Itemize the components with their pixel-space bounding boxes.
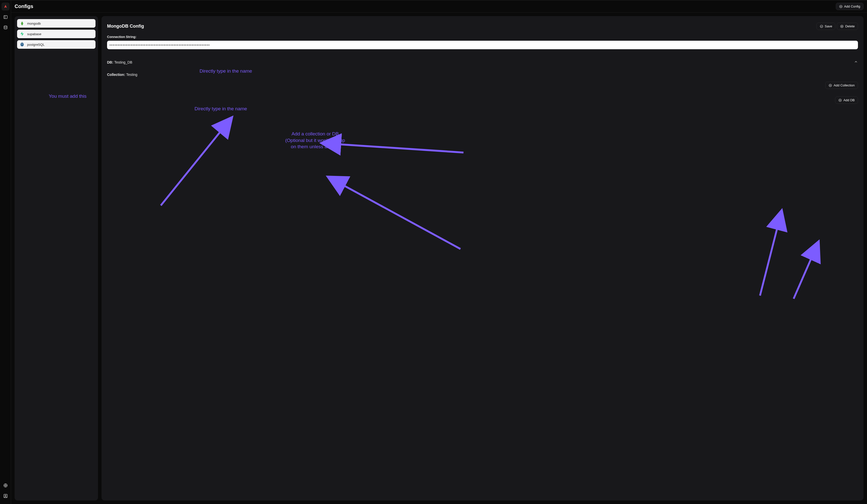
plus-circle-icon (839, 5, 843, 8)
collection-row[interactable]: Collection: Testing (107, 73, 858, 77)
page-title: Configs (14, 3, 33, 9)
supabase-icon (20, 31, 25, 36)
config-item-postgresql[interactable]: postgreSQL (17, 40, 96, 49)
delete-button[interactable]: Delete (837, 23, 858, 30)
collection-prefix: Collection: (107, 73, 126, 77)
svg-point-10 (5, 495, 6, 496)
svg-point-17 (820, 25, 823, 28)
db-row[interactable]: DB: Testing_DB (107, 60, 858, 65)
check-circle-icon (820, 25, 823, 28)
plus-circle-icon (828, 84, 832, 87)
config-item-supabase[interactable]: supabase (17, 30, 96, 38)
page-header: Configs Add Config (11, 0, 867, 13)
nav-rail (0, 0, 11, 504)
connection-string-label: Connection String: (107, 35, 858, 39)
svg-point-4 (5, 485, 6, 486)
config-detail-panel: MongoDB Config Save Delete Connection St… (101, 16, 864, 501)
chevron-up-icon[interactable] (854, 60, 858, 65)
save-button[interactable]: Save (816, 23, 836, 30)
nav-help[interactable] (1, 481, 10, 490)
db-name-value[interactable]: Testing_DB (114, 60, 132, 64)
logo-icon (3, 4, 8, 9)
config-item-label: postgreSQL (27, 43, 44, 46)
help-icon (3, 483, 8, 488)
config-item-label: supabase (27, 32, 41, 36)
svg-rect-0 (4, 15, 7, 19)
nav-profile[interactable] (1, 492, 10, 500)
svg-point-2 (4, 26, 7, 27)
svg-point-14 (20, 43, 24, 46)
connection-string-input[interactable] (107, 41, 858, 49)
svg-point-16 (23, 44, 23, 44)
app-logo[interactable] (1, 2, 10, 11)
mongodb-icon (20, 21, 25, 26)
db-prefix: DB: (107, 60, 114, 64)
svg-point-15 (21, 44, 22, 44)
add-config-button[interactable]: Add Config (836, 3, 864, 10)
profile-icon (3, 494, 8, 498)
collection-name-value[interactable]: Testing (126, 73, 137, 77)
add-collection-button[interactable]: Add Collection (825, 82, 858, 89)
nav-database[interactable] (1, 24, 10, 32)
add-db-button[interactable]: Add DB (835, 96, 858, 104)
detail-title: MongoDB Config (107, 24, 144, 29)
panel-icon (3, 15, 8, 19)
database-icon (3, 25, 8, 30)
config-item-label: mongodb (27, 22, 41, 25)
postgres-icon (20, 42, 25, 47)
x-circle-icon (840, 25, 844, 28)
plus-circle-icon (838, 98, 842, 102)
config-list-panel: mongodb supabase postgreSQL (14, 16, 98, 501)
config-item-mongodb[interactable]: mongodb (17, 19, 96, 28)
nav-panels[interactable] (1, 13, 10, 21)
